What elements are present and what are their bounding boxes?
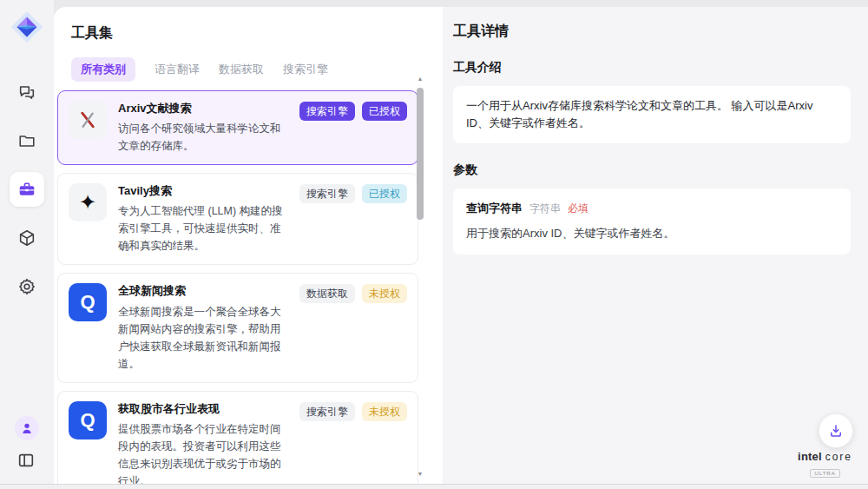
category-tab[interactable]: 所有类别 <box>71 57 135 82</box>
collapse-sidebar-icon[interactable] <box>16 451 37 472</box>
param-type: 字符串 <box>529 201 561 217</box>
tool-title: Arxiv文献搜索 <box>118 101 288 116</box>
sidebar-item-toolbox[interactable] <box>10 172 44 207</box>
tool-card[interactable]: Q 获取股市各行业表现 提供股票市场各个行业在特定时间段内的表现。投资者可以利用… <box>57 391 418 484</box>
left-rail <box>0 0 54 484</box>
tool-detail-panel: 工具详情 工具介绍 一个用于从Arxiv存储库搜索科学论文和文章的工具。 输入可… <box>443 7 868 484</box>
detail-title: 工具详情 <box>453 23 851 41</box>
scrollbar-thumb[interactable] <box>417 88 424 220</box>
tool-description: 全球新闻搜索是一个聚合全球各大新闻网站内容的搜索引擎，帮助用户快速获取全球最新资… <box>118 303 288 373</box>
tavily-icon: ✦ <box>69 183 107 221</box>
settings-icon <box>17 277 36 296</box>
intro-text: 一个用于从Arxiv存储库搜索科学论文和文章的工具。 输入可以是Arxiv ID… <box>466 99 812 129</box>
tool-title: 全球新闻搜索 <box>118 283 288 299</box>
qmind-icon: Q <box>69 283 107 321</box>
rail-bottom <box>15 416 39 472</box>
param-card: 查询字符串 字符串 必填 用于搜索的Arxiv ID、关键字或作者姓名。 <box>453 188 851 254</box>
scrollbar-down-arrow-icon[interactable]: ▼ <box>416 471 424 477</box>
params-heading: 参数 <box>453 162 851 178</box>
arxiv-icon <box>69 101 107 139</box>
auth-status-badge: 未授权 <box>362 402 407 421</box>
tool-card[interactable]: ✦ Tavily搜索 专为人工智能代理 (LLM) 构建的搜索引擎工具，可快速提… <box>57 173 418 265</box>
app-window: { "list_panel": { "title": "工具集", "tabs"… <box>0 0 868 489</box>
user-avatar[interactable] <box>15 416 39 440</box>
category-tabs: 所有类别语言翻译数据获取搜索引擎 <box>71 57 443 82</box>
tool-title: 获取股市各行业表现 <box>118 401 288 417</box>
category-tab[interactable]: 语言翻译 <box>155 57 200 82</box>
sidebar-item-folder[interactable] <box>10 123 44 158</box>
param-description: 用于搜索的Arxiv ID、关键字或作者姓名。 <box>466 225 838 242</box>
tool-title: Tavily搜索 <box>118 183 288 199</box>
window-bottom-edge <box>0 484 868 489</box>
sidebar-item-cube[interactable] <box>10 221 44 255</box>
page-title: 工具集 <box>71 24 443 43</box>
download-button[interactable] <box>819 413 853 448</box>
rail-nav <box>10 75 44 304</box>
scrollbar-up-arrow-icon[interactable]: ▲ <box>416 76 424 82</box>
category-badge: 搜索引擎 <box>299 102 355 121</box>
folder-icon <box>17 131 36 150</box>
intro-card: 一个用于从Arxiv存储库搜索科学论文和文章的工具。 输入可以是Arxiv ID… <box>453 86 851 143</box>
category-badge: 搜索引擎 <box>299 402 355 421</box>
download-icon <box>828 423 844 439</box>
list-scrollbar[interactable]: ▲ ▼ <box>416 74 424 479</box>
sidebar-item-settings[interactable] <box>10 269 44 304</box>
tool-list-panel: 工具集 所有类别语言翻译数据获取搜索引擎 Arxiv文献搜索 访问各个研究领域大… <box>54 7 443 484</box>
cube-icon <box>17 228 36 248</box>
category-tab[interactable]: 搜索引擎 <box>283 57 328 82</box>
qmind-icon: Q <box>69 401 107 439</box>
brand-ultra-badge: ULTRA <box>810 469 839 478</box>
param-name: 查询字符串 <box>466 200 523 217</box>
param-header-row: 查询字符串 字符串 必填 <box>466 200 838 217</box>
tool-description: 提供股票市场各个行业在特定时间段内的表现。投资者可以利用这些信息来识别表现优于或… <box>118 420 288 484</box>
param-required-badge: 必填 <box>568 201 589 217</box>
category-badge: 搜索引擎 <box>299 184 355 203</box>
intro-heading: 工具介绍 <box>453 60 851 76</box>
tool-card[interactable]: Q 全球新闻搜索 全球新闻搜索是一个聚合全球各大新闻网站内容的搜索引擎，帮助用户… <box>57 273 418 382</box>
auth-status-badge: 已授权 <box>362 184 407 203</box>
app-logo <box>10 10 43 43</box>
tool-card[interactable]: Arxiv文献搜索 访问各个研究领域大量科学论文和文章的存储库。 搜索引擎 已授… <box>57 90 418 165</box>
tool-list: Arxiv文献搜索 访问各个研究领域大量科学论文和文章的存储库。 搜索引擎 已授… <box>57 90 418 484</box>
auth-status-badge: 已授权 <box>362 102 407 121</box>
tool-description: 访问各个研究领域大量科学论文和文章的存储库。 <box>118 120 288 155</box>
intel-core-logo: intel core ULTRA <box>798 450 852 479</box>
category-tab[interactable]: 数据获取 <box>219 57 264 82</box>
auth-status-badge: 未授权 <box>362 284 407 303</box>
sidebar-item-chat[interactable] <box>10 75 44 109</box>
category-badge: 数据获取 <box>299 284 355 303</box>
chat-icon <box>17 83 36 102</box>
toolbox-icon <box>17 180 36 199</box>
tool-description: 专为人工智能代理 (LLM) 构建的搜索引擎工具，可快速提供实时、准确和真实的结… <box>118 202 288 254</box>
brand-word-core: core <box>825 451 852 463</box>
brand-word-intel: intel <box>798 450 822 463</box>
